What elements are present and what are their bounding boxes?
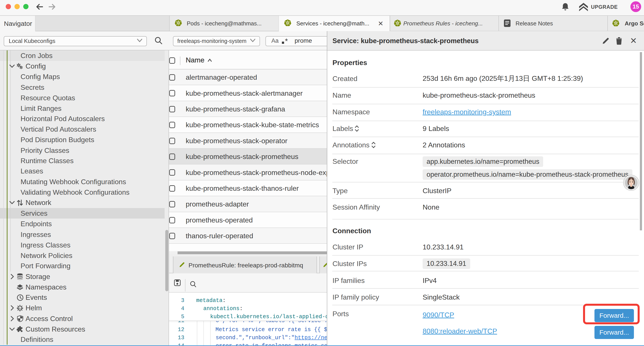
svg-text:HELM: HELM (17, 307, 23, 309)
